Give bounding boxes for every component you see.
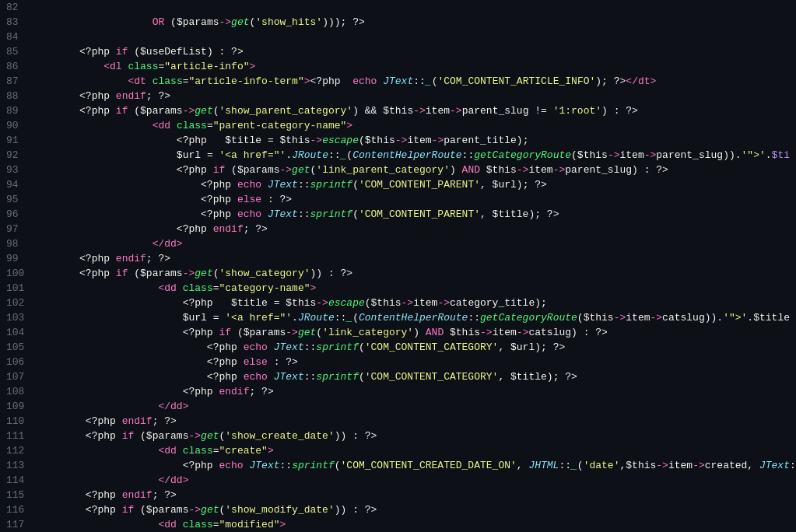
code-line-115: 115 <?php if ($params->get('show_modify_… (6, 488, 796, 502)
code-line-84: 84 <?php if ($useDefList) : ?> (6, 30, 796, 44)
code-line-88: 88 <?php if ($params->get('show_parent_c… (6, 89, 796, 103)
code-editor: 82 OR ($params->get('show_hits'))); ?> 8… (0, 0, 796, 532)
code-line-110: 110 <?php if ($params->get('show_create_… (6, 414, 796, 429)
code-line-111: 111 <dd class="create"> (6, 429, 796, 443)
code-line-97: 97 </dd> (6, 222, 796, 236)
code-line-116: 116 <dd class="modified"> (6, 502, 796, 517)
code-line-101: 101 <?php $title = $this->escape($this->… (6, 281, 796, 296)
code-lines-panel[interactable]: 82 OR ($params->get('show_hits'))); ?> 8… (0, 0, 796, 532)
code-line-95: 95 <?php echo JText::sprintf('COM_CONTEN… (6, 192, 796, 207)
code-line-85: 85 <dl class="article-info"> (6, 44, 796, 59)
code-line-117: 117 <?php echo JText::sprintf('COM_CONTE… (6, 517, 796, 532)
code-line-93: 93 <?php echo JText::sprintf('COM_CONTEN… (6, 163, 796, 177)
code-line-106: 106 <?php echo JText::sprintf('COM_CONTE… (6, 355, 796, 369)
code-line-108: 108 </dd> (6, 384, 796, 399)
code-line-98: 98 <?php endif; ?> (6, 236, 796, 251)
code-line-102: 102 $url = '<a href="'.JRoute::_(Content… (6, 296, 796, 310)
code-line-82: 82 OR ($params->get('show_hits'))); ?> (6, 0, 796, 15)
code-line-86: 86 <dt class="article-info-term"><?php e… (6, 59, 796, 74)
code-line-112: 112 <?php echo JText::sprintf('COM_CONTE… (6, 443, 796, 458)
code-line-90: 90 <?php $title = $this->escape($this->i… (6, 118, 796, 133)
code-line-114: 114 <?php endif; ?> (6, 473, 796, 488)
code-line-100: 100 <dd class="category-name"> (6, 266, 796, 281)
code-line-109: 109 <?php endif; ?> (6, 399, 796, 414)
code-line-99: 99 <?php if ($params->get('show_category… (6, 251, 796, 266)
code-line-91: 91 $url = '<a href="'.JRoute::_(ContentH… (6, 133, 796, 148)
code-line-104: 104 <?php echo JText::sprintf('COM_CONTE… (6, 325, 796, 340)
